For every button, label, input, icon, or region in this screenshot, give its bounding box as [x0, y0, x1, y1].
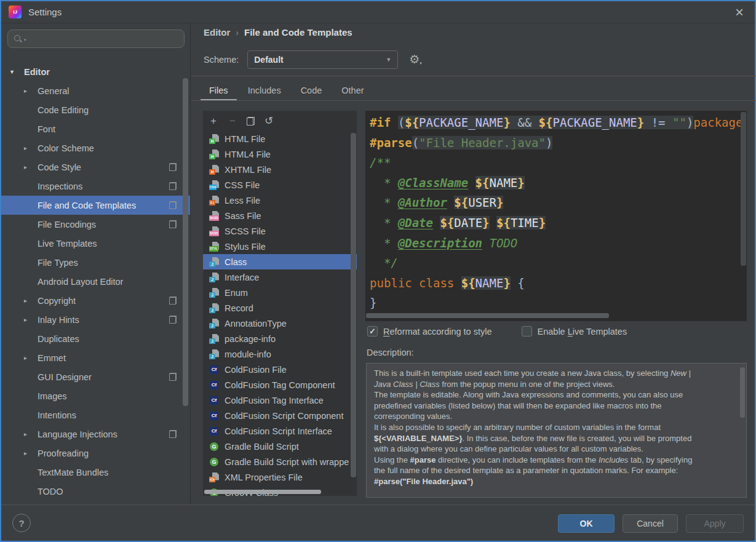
close-icon[interactable]: × — [731, 6, 747, 18]
template-item-interface[interactable]: JInterface — [203, 269, 357, 285]
template-item-coldfusion-script-interface[interactable]: CfColdFusion Script Interface — [203, 423, 357, 439]
tree-collapsed-icon[interactable]: ▸ — [24, 297, 38, 304]
tree-collapsed-icon[interactable]: ▸ — [24, 145, 38, 151]
copy-template-icon[interactable] — [247, 117, 255, 126]
sidebar-item-label: Images — [38, 391, 67, 401]
reformat-checkbox[interactable]: ✓ Reformat according to style — [367, 326, 492, 337]
sidebar-item-duplicates[interactable]: Duplicates — [1, 329, 190, 348]
sidebar-item-language-injections[interactable]: ▸Language Injections — [1, 424, 190, 444]
template-item-label: ColdFusion Tag Interface — [225, 396, 324, 405]
add-icon[interactable]: + — [209, 116, 218, 126]
remove-icon[interactable]: − — [228, 116, 237, 126]
code-line: */ — [370, 253, 747, 273]
code-line: } — [370, 293, 747, 313]
template-item-scss-file[interactable]: SASSSCSS File — [203, 223, 357, 239]
tree-collapsed-icon[interactable]: ▸ — [24, 316, 38, 323]
template-options: ✓ Reformat according to style Enable Liv… — [367, 326, 627, 337]
template-item-xml-properties-file[interactable]: <>XML Properties File — [203, 469, 357, 485]
sidebar-item-code-style[interactable]: ▸Code Style — [1, 157, 190, 177]
editor-vertical-scrollbar[interactable] — [741, 112, 746, 266]
description-scrollbar[interactable] — [740, 367, 745, 418]
sidebar-item-gui-designer[interactable]: GUI Designer — [1, 367, 190, 386]
sidebar-item-live-templates[interactable]: Live Templates — [1, 234, 190, 253]
template-item-stylus-file[interactable]: STYLStylus File — [203, 239, 357, 254]
sidebar-item-general[interactable]: ▸General — [1, 81, 190, 100]
reformat-checkbox-box: ✓ — [367, 326, 378, 337]
tree-scrollbar[interactable] — [183, 78, 188, 406]
sidebar-item-android-layout-editor[interactable]: Android Layout Editor — [1, 272, 190, 291]
settings-search-input[interactable]: ▾ — [7, 30, 185, 48]
template-item-coldfusion-file[interactable]: CfColdFusion File — [203, 362, 357, 377]
template-list-horizontal-scrollbar[interactable] — [204, 490, 321, 494]
breadcrumb-editor[interactable]: Editor — [204, 27, 230, 38]
template-item-annotationtype[interactable]: JAnnotationType — [203, 316, 357, 331]
tree-collapsed-icon[interactable]: ▸ — [24, 431, 38, 437]
sidebar-item-editor[interactable]: ▾Editor — [1, 62, 190, 81]
tree-collapsed-icon[interactable]: ▸ — [24, 164, 38, 170]
template-item-class[interactable]: JClass — [203, 254, 357, 269]
template-item-module-info[interactable]: Jmodule-info — [203, 346, 357, 362]
template-item-less-file[interactable]: (L)Less File — [203, 193, 357, 208]
template-item-coldfusion-tag-component[interactable]: CfColdFusion Tag Component — [203, 377, 357, 393]
template-item-gradle-build-script-with-wrappe[interactable]: GGradle Build Script with wrappe — [203, 454, 357, 469]
template-item-label: ColdFusion File — [225, 365, 287, 375]
sidebar-item-todo[interactable]: TODO — [1, 482, 190, 501]
ok-button[interactable]: OK — [558, 514, 615, 533]
sidebar-item-textmate-bundles[interactable]: TextMate Bundles — [1, 463, 190, 482]
cancel-button[interactable]: Cancel — [623, 514, 678, 533]
template-item-label: CSS File — [225, 180, 260, 190]
sidebar-item-file-encodings[interactable]: File Encodings — [1, 215, 190, 234]
cf-file-icon: Cf — [209, 426, 220, 436]
tab-includes[interactable]: Includes — [239, 81, 290, 100]
help-button[interactable]: ? — [12, 514, 31, 532]
description-line: the full name of the desired template as… — [374, 465, 739, 476]
enable-live-templates-checkbox[interactable]: Enable Live Templates — [522, 326, 627, 337]
template-item-coldfusion-tag-interface[interactable]: CfColdFusion Tag Interface — [203, 393, 357, 408]
tree-expanded-icon[interactable]: ▾ — [10, 68, 24, 75]
template-item-enum[interactable]: JEnum — [203, 285, 357, 300]
description-line: Java Class | Class from the popup menu i… — [374, 379, 739, 390]
template-item-record[interactable]: JRecord — [203, 300, 357, 316]
template-item-coldfusion-script-component[interactable]: CfColdFusion Script Component — [203, 408, 357, 423]
scheme-dropdown[interactable]: Default ▼ — [247, 50, 398, 69]
sidebar-item-inspections[interactable]: Inspections — [1, 177, 190, 196]
sidebar-item-code-editing[interactable]: Code Editing — [1, 100, 190, 119]
sidebar-item-file-types[interactable]: File Types — [1, 253, 190, 272]
sidebar-item-proofreading[interactable]: ▸Proofreading — [1, 444, 190, 463]
template-item-sass-file[interactable]: SASSSass File — [203, 208, 357, 223]
template-item-gradle-build-script[interactable]: GGradle Build Script — [203, 439, 357, 454]
code-line: * @Date ${DATE} ${TIME} — [370, 213, 747, 233]
cf-file-icon: Cf — [209, 365, 220, 375]
tree-collapsed-icon[interactable]: ▸ — [24, 354, 38, 361]
tree-collapsed-icon[interactable]: ▸ — [24, 87, 38, 94]
template-editor[interactable]: #if (${PACKAGE_NAME} && ${PACKAGE_NAME} … — [365, 111, 747, 321]
template-item-package-info[interactable]: Jpackage-info — [203, 331, 357, 346]
sidebar-item-font[interactable]: Font — [1, 119, 190, 138]
tab-other[interactable]: Other — [333, 81, 372, 100]
editor-horizontal-scrollbar[interactable] — [366, 313, 609, 318]
template-item-label: Sass File — [225, 211, 261, 221]
apply-button[interactable]: Apply — [686, 514, 744, 533]
revert-icon[interactable]: ↺ — [264, 116, 274, 126]
java-file-icon: J — [209, 288, 220, 298]
scheme-actions-button[interactable]: ⚙ ▾ — [409, 54, 422, 66]
template-item-html-file[interactable]: HHTML File — [203, 131, 357, 146]
template-list-vertical-scrollbar[interactable] — [351, 133, 356, 477]
template-item-html4-file[interactable]: HHTML4 File — [203, 146, 357, 162]
template-item-css-file[interactable]: CSSCSS File — [203, 177, 357, 193]
template-item-xhtml-file[interactable]: HXHTML File — [203, 162, 357, 177]
sidebar-item-file-and-code-templates[interactable]: File and Code Templates — [1, 196, 190, 215]
sidebar-item-color-scheme[interactable]: ▸Color Scheme — [1, 138, 190, 157]
title-bar: IJ Settings × — [1, 1, 755, 23]
tree-collapsed-icon[interactable]: ▸ — [24, 450, 38, 456]
sidebar-item-intentions[interactable]: Intentions — [1, 405, 190, 424]
sidebar-item-images[interactable]: Images — [1, 386, 190, 405]
gradle-file-icon: G — [209, 442, 220, 452]
sidebar-item-label: Intentions — [38, 410, 76, 420]
sidebar-item-inlay-hints[interactable]: ▸Inlay Hints — [1, 310, 190, 329]
tab-files[interactable]: Files — [201, 81, 237, 100]
sidebar-item-emmet[interactable]: ▸Emmet — [1, 348, 190, 367]
tab-code[interactable]: Code — [292, 81, 331, 100]
sidebar-item-label: Inlay Hints — [38, 315, 79, 325]
sidebar-item-copyright[interactable]: ▸Copyright — [1, 291, 190, 310]
